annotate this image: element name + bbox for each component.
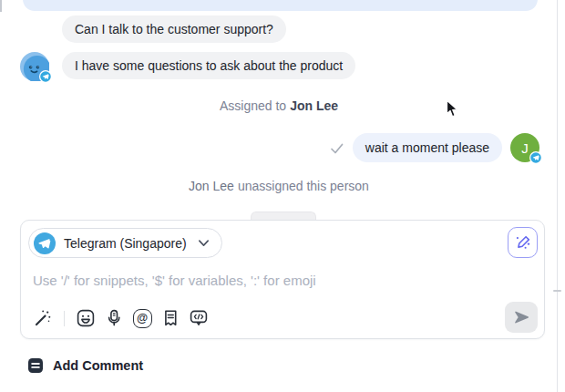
assignment-event: Assigned to Jon Lee — [0, 98, 558, 113]
toolbar-divider — [64, 311, 65, 326]
outgoing-message-row: wait a moment please J — [0, 132, 539, 163]
message-input[interactable] — [33, 268, 532, 292]
contact-avatar[interactable] — [20, 52, 49, 81]
telegram-channel-badge-icon — [39, 70, 52, 83]
outgoing-message: wait a moment please — [353, 133, 502, 162]
telegram-channel-badge-icon — [529, 151, 542, 164]
at-sign-icon: @ — [133, 309, 152, 328]
magic-wand-button[interactable] — [33, 308, 53, 328]
snippet-note-icon — [160, 308, 180, 328]
microphone-icon — [104, 308, 124, 328]
canned-response-button[interactable] — [160, 308, 180, 328]
add-comment-button[interactable]: Add Comment — [27, 357, 143, 374]
incoming-message: I have some questions to ask about the p… — [62, 52, 355, 79]
ai-assist-button[interactable] — [508, 227, 538, 258]
mention-button[interactable]: @ — [132, 308, 152, 328]
send-button[interactable] — [505, 302, 538, 333]
magic-wand-icon — [33, 308, 53, 328]
ai-pencil-sparkle-icon — [513, 232, 533, 253]
event-text: unassigned this person — [238, 179, 369, 193]
composer-toolbar: @ — [33, 308, 209, 328]
code-bubble-icon — [189, 308, 209, 328]
emoji-button[interactable] — [76, 308, 96, 328]
cropped-message-bubble — [23, 0, 538, 11]
panel-right-border — [557, 0, 558, 392]
channel-selector-dropdown[interactable]: Telegram (Singapore) — [28, 228, 222, 258]
mouse-cursor — [446, 99, 459, 119]
conversation-panel: Can I talk to the customer support? I ha… — [0, 0, 565, 392]
audio-record-button[interactable] — [104, 308, 124, 328]
agent-avatar[interactable]: J — [510, 133, 539, 162]
unassignment-event: Jon Lee unassigned this person — [0, 179, 558, 193]
add-comment-label: Add Comment — [53, 358, 143, 373]
channel-label: Telegram (Singapore) — [64, 236, 187, 251]
reply-composer: Telegram (Singapore) — [20, 220, 545, 339]
code-snippet-button[interactable] — [189, 308, 209, 328]
chevron-down-icon — [197, 236, 211, 250]
left-edge-tick — [0, 0, 2, 12]
send-icon — [512, 308, 530, 326]
incoming-message: Can I talk to the customer support? — [62, 15, 286, 43]
agent-name: Jon Lee — [290, 98, 338, 113]
event-text: Assigned to — [220, 98, 286, 113]
scrollbar-dash — [553, 290, 561, 292]
agent-name: Jon Lee — [189, 179, 234, 193]
delivered-check-icon — [329, 140, 344, 156]
comment-icon — [27, 357, 44, 374]
telegram-icon — [34, 232, 56, 254]
emoji-smile-icon — [76, 308, 96, 328]
